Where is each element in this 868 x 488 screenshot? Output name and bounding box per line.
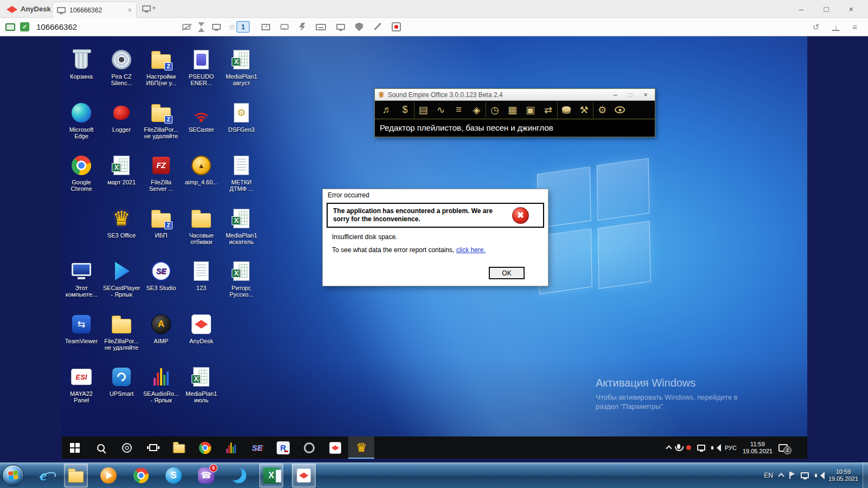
host-taskbar-chrome[interactable] (129, 464, 153, 487)
remote-taskbar-r-app[interactable]: R (270, 436, 296, 459)
clock[interactable]: 10:59 19.05.2021 (828, 468, 858, 483)
desktop-icon-recycle-bin[interactable]: Корзина (62, 48, 101, 99)
desktop-icon-chasovye-otbivki[interactable]: Часовые отбивки (182, 207, 221, 258)
desktop-icon-ibp[interactable]: ZИБП (142, 207, 181, 258)
desktop-icon-maya22-panel[interactable]: ESIMAYA22 Panel (62, 365, 101, 416)
remote-taskbar-se-app[interactable]: SE (244, 436, 270, 459)
display-settings-icon[interactable] (336, 24, 345, 30)
marker-icon[interactable]: ◈ (468, 102, 486, 118)
document-icon[interactable]: ▤ (414, 102, 432, 118)
desktop-icon-mediaplan1-iyul[interactable]: XMediaPlan1 июль (182, 365, 221, 416)
remote-taskbar-anydesk[interactable] (322, 436, 348, 459)
history-icon[interactable]: ↺ (813, 23, 820, 31)
desktop-icon-se3-studio[interactable]: SESE3 Studio (142, 259, 181, 310)
scheduler-clock-icon[interactable]: ◷ (486, 102, 503, 118)
tray-expand-icon[interactable] (778, 473, 784, 479)
music-note-icon[interactable]: ♬ (378, 102, 396, 118)
list-icon[interactable]: ≡ (450, 102, 468, 118)
remote-taskbar-file-explorer[interactable] (166, 436, 192, 459)
minimize-button[interactable]: – (609, 91, 621, 99)
hourglass-icon[interactable] (198, 22, 205, 32)
close-button[interactable]: × (640, 91, 652, 99)
window-close-button[interactable]: × (839, 0, 864, 18)
desktop-icon-secastplayer-yarlyk[interactable]: SECastPlayer - Ярлык (102, 259, 141, 310)
display-tray-icon[interactable] (697, 445, 705, 451)
fullscreen-icon[interactable]: ↗ (261, 24, 270, 30)
monitor-1-badge[interactable]: 1 (237, 21, 250, 33)
desktop-icon-microsoft-edge[interactable]: Microsoft Edge (62, 101, 101, 152)
waveform-icon[interactable]: ∿ (432, 102, 450, 118)
whiteboard-pen-icon[interactable] (374, 23, 381, 30)
sound-empire-titlebar[interactable]: ♛ Sound Empire Office 3.0.0.123 Beta 2.4… (375, 89, 655, 101)
desktop-icon-nastroyki-ibp[interactable]: ZНастройки ИБП(не у... (142, 48, 181, 99)
settings-gear-icon[interactable]: ⚙ (593, 102, 611, 118)
remote-taskbar-task-view-button[interactable] (140, 436, 166, 459)
remote-taskbar-chrome[interactable] (192, 436, 218, 459)
start-button[interactable] (2, 465, 24, 486)
host-taskbar-file-explorer[interactable] (64, 464, 88, 487)
desktop-icon-mart-2021[interactable]: Xмарт 2021 (102, 153, 141, 204)
permissions-shield-icon[interactable] (355, 23, 363, 31)
host-taskbar-skype[interactable]: S (162, 464, 186, 487)
ok-button[interactable]: OK (489, 267, 525, 279)
cards-icon[interactable]: ▣ (521, 102, 539, 118)
desktop-icon-aimp-4-60[interactable]: ▲aimp_4.60... (182, 153, 221, 204)
maximize-button[interactable]: □ (624, 91, 636, 99)
desktop-icon-filezillapor-ne-udalyayte[interactable]: ZFileZillaPor... не удаляйте (142, 101, 181, 152)
remote-taskbar-search-button[interactable] (88, 436, 114, 459)
host-taskbar-anydesk[interactable] (292, 464, 316, 487)
session-monitor-icon[interactable] (5, 23, 15, 31)
desktop-icon-filezilla-server[interactable]: FZFileZilla Server ... (142, 153, 181, 204)
tray-expand-icon[interactable] (666, 445, 672, 451)
volume-icon[interactable] (815, 472, 822, 479)
host-taskbar-viber[interactable]: ☎5 (194, 464, 218, 487)
chat-disabled-icon[interactable] (182, 24, 190, 30)
database-icon[interactable] (557, 102, 575, 118)
click-here-link[interactable]: click here. (456, 246, 486, 254)
flag-icon[interactable] (789, 472, 795, 479)
host-taskbar-media-player[interactable] (97, 464, 120, 487)
volume-icon[interactable] (711, 444, 719, 451)
desktop-icon-upsmart[interactable]: UPSmart (102, 365, 141, 416)
desktop-icon-pseudo-ener[interactable]: PSEUDO ENER... (182, 48, 221, 99)
new-session-button[interactable]: + (142, 4, 156, 12)
desktop-icon-secaster[interactable]: SECaster (182, 101, 221, 152)
remote-taskbar-audio-router[interactable] (218, 436, 244, 459)
remote-taskbar-sound-empire-office[interactable]: ♛ (348, 436, 374, 459)
recording-indicator-icon[interactable] (686, 445, 691, 450)
keyboard-icon[interactable] (316, 24, 326, 30)
language-indicator[interactable]: EN (764, 472, 773, 479)
desktop-icon-aimp[interactable]: AAIMP (142, 312, 181, 363)
desktop-icon-filezillapor-2[interactable]: FileZillaPor... не удаляйте (102, 312, 141, 363)
microphone-icon[interactable] (677, 444, 680, 449)
monitor-icon[interactable] (212, 24, 221, 30)
desktop-icon-mediaplan1-iskatel[interactable]: XMediaPlan1 искатель (222, 207, 261, 258)
action-center-icon[interactable]: 2 (778, 444, 788, 452)
desktop-icon-seaudioro-yarlyk[interactable]: SEAudioRo... - Ярлык (142, 365, 181, 416)
remote-taskbar-start-button[interactable] (62, 436, 88, 459)
desktop-icon-logger[interactable]: Logger (102, 101, 141, 152)
network-icon[interactable] (801, 472, 809, 478)
file-transfer-icon[interactable]: ↓ (832, 23, 839, 31)
grid-icon[interactable]: ▦ (503, 102, 521, 118)
desktop-icon-teamviewer[interactable]: ⇆TeamViewer (62, 312, 101, 363)
desktop-icon-anydesk-shortcut[interactable]: AnyDesk (182, 312, 221, 363)
eye-icon[interactable] (611, 102, 629, 118)
chat-icon[interactable] (280, 24, 289, 30)
session-tab[interactable]: 106666362 × (52, 2, 137, 18)
remote-taskbar-cortana-button[interactable] (114, 436, 140, 459)
window-maximize-button[interactable]: □ (814, 0, 839, 18)
desktop-icon-dsfgen3[interactable]: ⚙DSFGen3 (222, 101, 261, 152)
transfer-icon[interactable]: ⇄ (539, 102, 557, 118)
favorite-star-icon[interactable]: ☆ (228, 23, 235, 31)
host-taskbar-internet-explorer[interactable]: e (31, 464, 55, 487)
desktop-icon-mediaplan1-avgust[interactable]: XMediaPlan1 август (222, 48, 261, 99)
billing-icon[interactable]: $ (396, 102, 414, 118)
desktop-icon-se3-office[interactable]: ♛SE3 Office (102, 207, 141, 258)
menu-icon[interactable]: ≡ (852, 23, 857, 31)
connection-ok-icon[interactable]: ✓ (20, 22, 29, 31)
tab-close-icon[interactable]: × (127, 6, 132, 14)
desktop-icon-metki-dtmf[interactable]: МЕТКИ ДТМФ ... (222, 153, 261, 204)
error-dialog-title[interactable]: Error occurred (323, 189, 548, 202)
language-indicator[interactable]: РУС (725, 445, 737, 451)
